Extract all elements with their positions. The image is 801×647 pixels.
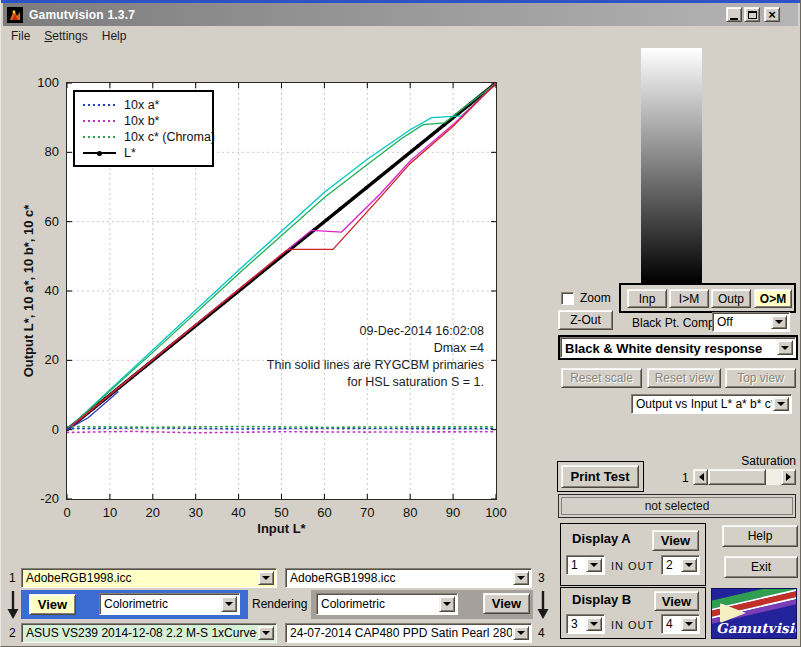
help-button[interactable]: Help <box>722 525 798 547</box>
profile-2-index: 2 <box>9 626 16 640</box>
profile-2-select[interactable]: ASUS VS239 2014-12-08 2.2 M-S 1xCurve+MT… <box>21 623 277 643</box>
profile-3-select[interactable]: AdobeRGB1998.icc <box>285 568 532 588</box>
right-view-button[interactable]: View <box>483 593 530 614</box>
menu-settings[interactable]: Settings <box>37 27 94 45</box>
dropdown-arrow-button[interactable] <box>771 315 787 329</box>
legend-line-a <box>83 104 116 106</box>
exit-button[interactable]: Exit <box>724 556 798 578</box>
z-out-button[interactable]: Z-Out <box>558 310 613 330</box>
legend-line-b <box>83 120 116 122</box>
y-tick-label: 80 <box>21 144 59 159</box>
chevron-down-icon <box>685 622 693 630</box>
gamutvision-logo: Gamutvision <box>711 588 797 639</box>
black-pt-comp-select[interactable]: Off <box>712 312 790 332</box>
dropdown-arrow-button[interactable] <box>513 626 529 640</box>
down-arrow-icon <box>6 590 20 620</box>
display-a-title: Display A <box>572 531 631 546</box>
chevron-down-icon <box>590 622 598 630</box>
legend-item: 10x b* <box>83 113 212 129</box>
im-button[interactable]: I>M <box>669 289 709 308</box>
display-b-in-select[interactable]: 3 <box>566 614 605 634</box>
menu-file[interactable]: File <box>4 27 37 45</box>
display-a-out-select[interactable]: 2 <box>661 555 700 575</box>
left-view-button[interactable]: View <box>29 594 76 615</box>
plot-type-select[interactable]: Output vs Input L* a* b* c* <box>631 394 792 414</box>
reset-scale-button[interactable]: Reset scale <box>561 368 642 388</box>
profile-1-select[interactable]: AdobeRGB1998.icc <box>21 568 277 588</box>
chevron-down-icon <box>443 602 451 610</box>
om-button[interactable]: O>M <box>754 289 792 308</box>
display-a-in-value: 1 <box>571 558 585 572</box>
title-bar[interactable]: Gamutvision 1.3.7 × <box>3 3 798 26</box>
response-mode-value: Black & White density response <box>565 340 776 355</box>
display-b-group: Display B View 3 IN OUT 4 <box>560 587 706 639</box>
grayscale-gradient-strip <box>641 48 702 283</box>
chevron-down-icon <box>517 576 525 584</box>
left-rendering-select[interactable]: Colorimetric <box>99 593 240 615</box>
display-a-group: Display A View 1 IN OUT 2 <box>560 523 706 586</box>
dropdown-arrow-button[interactable] <box>681 617 697 631</box>
zoom-checkbox[interactable] <box>561 292 574 305</box>
response-mode-select[interactable]: Black & White density response <box>560 337 796 358</box>
outp-button[interactable]: Outp <box>711 289 751 308</box>
slider-left-arrow[interactable] <box>693 469 708 485</box>
chevron-down-icon <box>225 602 233 610</box>
profile-4-value: 24-07-2014 CAP480 PPD Satin Pearl 280g.i… <box>290 626 512 640</box>
plot-annotation: 09-Dec-2014 16:02:08 Dmax =4 Thin solid … <box>267 323 484 391</box>
status-panel: not selected <box>558 494 796 518</box>
top-view-button[interactable]: Top view <box>725 368 796 388</box>
display-b-title: Display B <box>572 592 631 607</box>
reset-view-button[interactable]: Reset view <box>647 368 721 388</box>
saturation-slider[interactable] <box>693 469 796 485</box>
right-rendering-select[interactable]: Colorimetric <box>316 593 458 615</box>
dropdown-arrow-button[interactable] <box>258 571 274 585</box>
plot-legend: 10x a* 10x b* 10x c* (Chroma) L* <box>73 90 214 167</box>
slider-track[interactable] <box>766 469 781 485</box>
print-test-button[interactable]: Print Test <box>561 465 639 488</box>
chevron-down-icon <box>262 631 270 639</box>
y-axis-label: Output L*, 10 a*, 10 b*, 10 c* <box>21 205 36 378</box>
chevron-down-icon <box>775 320 783 328</box>
io-button-group: Inp I>M Outp O>M <box>619 283 796 313</box>
dropdown-arrow-button[interactable] <box>258 626 274 640</box>
slider-thumb[interactable] <box>708 469 766 485</box>
x-tick-label: 30 <box>181 505 211 520</box>
dropdown-arrow-button[interactable] <box>439 596 455 612</box>
app-window: Gamutvision 1.3.7 × File Settings Help 1… <box>0 0 801 647</box>
dropdown-arrow-button[interactable] <box>773 397 789 411</box>
black-pt-comp-value: Off <box>717 315 770 329</box>
minimize-button[interactable] <box>726 7 742 22</box>
menu-help[interactable]: Help <box>95 27 134 45</box>
display-b-out-select[interactable]: 4 <box>661 614 700 634</box>
legend-line-c <box>83 136 116 138</box>
dropdown-arrow-button[interactable] <box>777 340 793 355</box>
dropdown-arrow-button[interactable] <box>681 558 697 572</box>
close-button[interactable]: × <box>764 7 780 22</box>
close-icon: × <box>768 8 776 21</box>
x-tick-label: 50 <box>267 505 297 520</box>
y-tick-label: 0 <box>21 422 59 437</box>
profile-3-value: AdobeRGB1998.icc <box>290 571 512 585</box>
legend-item: 10x a* <box>83 97 212 113</box>
dropdown-arrow-button[interactable] <box>221 596 237 612</box>
x-tick-label: 20 <box>138 505 168 520</box>
response-plot[interactable]: 10x a* 10x b* 10x c* (Chroma) L* 09-Dec-… <box>66 82 497 500</box>
x-tick-label: 60 <box>309 505 339 520</box>
display-b-view-button[interactable]: View <box>654 591 699 611</box>
right-rendering-value: Colorimetric <box>321 597 438 611</box>
profile-4-select[interactable]: 24-07-2014 CAP480 PPD Satin Pearl 280g.i… <box>285 623 532 643</box>
display-a-in-select[interactable]: 1 <box>566 555 605 575</box>
slider-right-arrow[interactable] <box>781 469 796 485</box>
dropdown-arrow-button[interactable] <box>513 571 529 585</box>
maximize-button[interactable] <box>744 7 760 22</box>
display-a-out-value: 2 <box>666 558 680 572</box>
inp-button[interactable]: Inp <box>627 289 667 308</box>
arrow-right-icon <box>786 473 795 481</box>
dropdown-arrow-button[interactable] <box>586 617 602 631</box>
profile-2-value: ASUS VS239 2014-12-08 2.2 M-S 1xCurve+MT… <box>26 626 257 640</box>
window-title: Gamutvision 1.3.7 <box>29 8 135 22</box>
annotation-line: for HSL saturation S = 1. <box>267 374 484 391</box>
dropdown-arrow-button[interactable] <box>586 558 602 572</box>
display-a-view-button[interactable]: View <box>652 530 699 551</box>
saturation-label: Saturation <box>704 454 796 468</box>
